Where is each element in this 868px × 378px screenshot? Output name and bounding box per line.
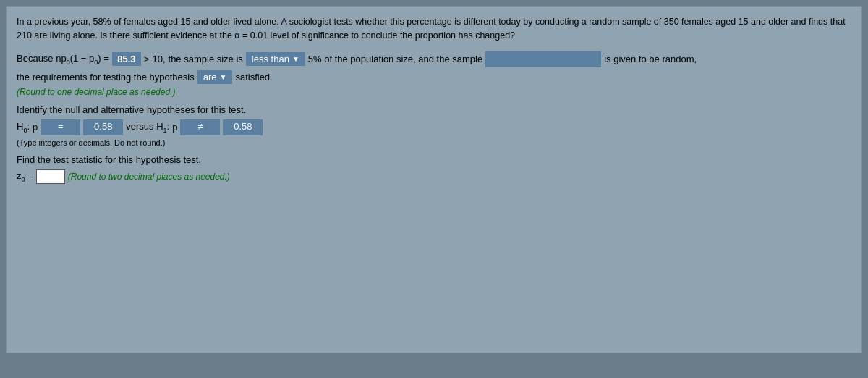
problem-statement: In a previous year, 58% of females aged … (17, 17, 846, 41)
main-panel: In a previous year, 58% of females aged … (6, 6, 862, 353)
dropdown-value: less than (252, 54, 289, 64)
identify-title: Identify the null and alternative hypoth… (17, 104, 851, 115)
z0-line: z0 = (Round to two decimal places as nee… (17, 169, 851, 184)
identify-title-text: Identify the null and alternative hypoth… (17, 104, 246, 115)
arrow-symbol: > (144, 54, 150, 64)
requirements-text: the requirements for testing the hypothe… (17, 72, 195, 83)
versus-h1-label: versus H1: (126, 121, 169, 134)
problem-text: In a previous year, 58% of females aged … (17, 15, 851, 43)
z0-input[interactable] (36, 169, 65, 184)
are-dropdown-value: are (203, 72, 217, 83)
np-value: 85.3 (112, 52, 141, 66)
h0-eq-dropdown[interactable]: = (41, 119, 80, 135)
z0-label: z0 = (17, 170, 33, 183)
condition-line-2: the requirements for testing the hypothe… (17, 70, 851, 84)
h1-p: p (172, 122, 177, 133)
ten-text: 10, (152, 54, 165, 64)
round-note-text: (Round to one decimal place as needed.) (17, 87, 175, 97)
dropdown-arrow-icon: ▼ (292, 55, 299, 63)
h0-value[interactable]: 0.58 (83, 119, 123, 135)
hypothesis-line: H0: p = 0.58 versus H1: p ≠ 0.58 (17, 119, 851, 135)
population-size-text: 5% of the population size, and the sampl… (308, 54, 482, 64)
condition-line-1: Because np0(1 − p0) = 85.3 > 10, the sam… (17, 51, 851, 67)
are-dropdown[interactable]: are ▼ (197, 70, 233, 84)
round-note: (Round to one decimal place as needed.) (17, 87, 851, 97)
is-given-random-text: is given to be random, (604, 54, 697, 64)
h1-value[interactable]: 0.58 (223, 119, 263, 135)
h1-neq-dropdown[interactable]: ≠ (180, 119, 220, 135)
find-title-text: Find the test statistic for this hypothe… (17, 154, 201, 165)
h0-label: H0: (17, 121, 30, 134)
are-dropdown-arrow-icon: ▼ (220, 73, 227, 81)
find-title: Find the test statistic for this hypothe… (17, 154, 851, 165)
because-prefix: Because np0(1 − p0) = (17, 53, 109, 66)
satisfied-text: satisfied. (235, 72, 272, 83)
type-note-text: (Type integers or decimals. Do not round… (17, 138, 165, 147)
type-note: (Type integers or decimals. Do not round… (17, 138, 851, 147)
z0-note: (Round to two decimal places as needed.) (68, 172, 230, 182)
h0-p: p (33, 122, 38, 133)
sample-size-text: the sample size is (169, 54, 243, 64)
less-than-dropdown[interactable]: less than ▼ (246, 52, 305, 66)
sample-condition-blank[interactable] (485, 51, 601, 67)
